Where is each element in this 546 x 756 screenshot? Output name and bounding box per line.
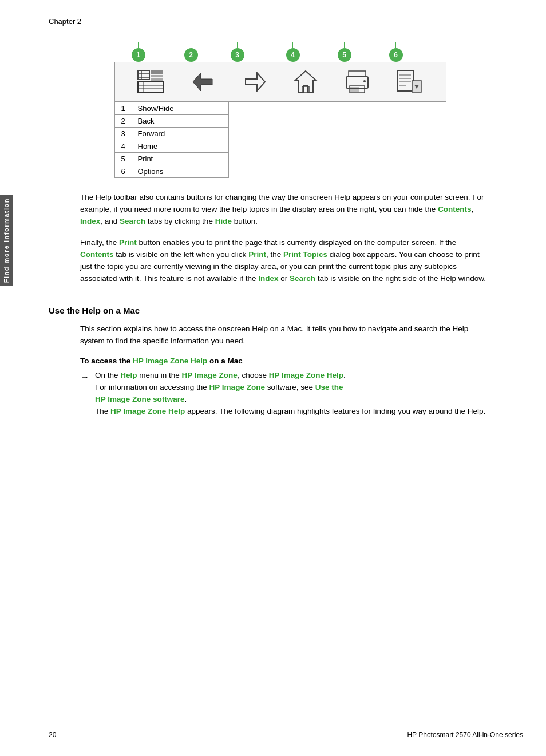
hide-link[interactable]: Hide (215, 217, 232, 225)
sub-heading-prefix: To access the (80, 357, 133, 365)
arrow-indent-mid: software, see (265, 383, 315, 391)
sub-heading: To access the HP Image Zone Help on a Ma… (80, 357, 512, 365)
bubble-3: 3 (231, 48, 244, 62)
svg-rect-0 (138, 70, 149, 80)
search-link-1[interactable]: Search (120, 217, 145, 225)
bubble-2: 2 (184, 48, 198, 62)
arrow-line2-prefix: The (95, 407, 110, 415)
line-6 (395, 42, 396, 48)
legend-num: 2 (114, 115, 132, 128)
legend-num: 5 (114, 153, 132, 165)
bubble-6: 6 (389, 48, 403, 62)
legend-num: 6 (114, 165, 132, 178)
page-container: Find more information Chapter 2 1 2 3 4 … (0, 0, 546, 756)
hp-image-zone-help-link-sub[interactable]: HP Image Zone Help (133, 357, 207, 365)
svg-marker-12 (246, 73, 265, 91)
hp-image-zone-link-2[interactable]: HP Image Zone (209, 383, 265, 391)
toolbar-icon-2 (183, 66, 223, 98)
contents-link-2[interactable]: Contents (80, 250, 114, 259)
arrow-text-mid2: , choose (238, 371, 269, 379)
body-paragraph-1: The Help toolbar also contains buttons f… (80, 192, 489, 228)
line-2 (191, 42, 191, 48)
help-menu-link[interactable]: Help (120, 371, 137, 379)
page-number: 20 (49, 731, 56, 739)
print-link-2[interactable]: Print (248, 250, 266, 259)
numbers-row: 1 2 3 4 5 6 (114, 36, 446, 62)
toolbar-box (114, 62, 446, 102)
arrow-line2-end: appears. The following diagram highlight… (185, 407, 485, 415)
arrow-content: On the Help menu in the HP Image Zone, c… (95, 370, 489, 418)
arrow-text-end: . (343, 371, 346, 379)
arrow-text-prefix: On the (95, 371, 120, 379)
legend-num: 4 (114, 140, 132, 153)
svg-rect-4 (151, 70, 163, 74)
svg-rect-5 (151, 75, 163, 77)
chapter-label: Chapter 2 (49, 17, 512, 26)
toolbar-icon-1 (132, 66, 172, 98)
svg-rect-7 (138, 82, 163, 92)
search-link-2[interactable]: Search (290, 274, 315, 283)
arrow-icon: → (80, 370, 89, 418)
legend-text: Options (132, 165, 228, 178)
legend-row: 5Print (114, 153, 228, 165)
toolbar-icon-6 (389, 66, 429, 98)
arrow-indent-prefix: For information on accessing the (95, 383, 209, 391)
arrow-indent-end: . (185, 395, 187, 403)
svg-point-18 (363, 80, 366, 82)
bubble-4: 4 (286, 48, 300, 62)
line-1 (138, 42, 139, 48)
toolbar-icon-5 (337, 66, 377, 98)
line-3 (237, 42, 238, 48)
side-tab-text: Find more information (3, 198, 10, 283)
line-5 (344, 42, 345, 48)
legend-row: 1Show/Hide (114, 102, 228, 115)
product-name: HP Photosmart 2570 All-in-One series (407, 731, 523, 739)
svg-rect-6 (151, 78, 163, 81)
legend-text: Show/Hide (132, 102, 228, 115)
section-divider (49, 296, 512, 296)
legend-row: 2Back (114, 115, 228, 128)
arrow-text-mid1: menu in the (137, 371, 182, 379)
print-link-1[interactable]: Print (119, 238, 137, 247)
svg-marker-11 (193, 73, 212, 91)
hp-image-zone-help-link-1[interactable]: HP Image Zone Help (269, 371, 343, 379)
bubble-5: 5 (338, 48, 351, 62)
body-paragraph-2: Finally, the Print button enables you to… (80, 237, 489, 285)
legend-text: Print (132, 153, 228, 165)
legend-num: 1 (114, 102, 132, 115)
legend-text: Home (132, 140, 228, 153)
print-topics-link[interactable]: Print Topics (283, 250, 327, 259)
toolbar-icon-3 (235, 66, 275, 98)
bubble-1: 1 (132, 48, 145, 62)
footer: 20 HP Photosmart 2570 All-in-One series (49, 731, 523, 739)
section-heading: Use the Help on a Mac (49, 306, 512, 315)
section-intro: This section explains how to access the … (80, 323, 489, 347)
svg-rect-22 (397, 70, 413, 91)
svg-marker-13 (295, 71, 316, 92)
arrow-item-1: → On the Help menu in the HP Image Zone,… (80, 370, 489, 418)
toolbar-diagram: 1 2 3 4 5 6 (114, 36, 446, 178)
legend-text: Forward (132, 128, 228, 140)
hp-image-zone-link-1[interactable]: HP Image Zone (182, 371, 238, 379)
legend-row: 4Home (114, 140, 228, 153)
svg-rect-15 (349, 71, 366, 77)
legend-text: Back (132, 115, 228, 128)
index-link-2[interactable]: Index (258, 274, 278, 283)
legend-row: 6Options (114, 165, 228, 178)
contents-link-1[interactable]: Contents (438, 205, 472, 213)
toolbar-icon-4 (286, 66, 326, 98)
hp-image-zone-help-link-2[interactable]: HP Image Zone Help (110, 407, 185, 415)
index-link-1[interactable]: Index (80, 217, 100, 225)
legend-num: 3 (114, 128, 132, 140)
legend-table: 1Show/Hide2Back3Forward4Home5Print6Optio… (114, 102, 229, 178)
side-tab: Find more information (0, 195, 13, 286)
sub-heading-suffix: on a Mac (207, 357, 243, 365)
svg-rect-14 (302, 86, 309, 92)
legend-row: 3Forward (114, 128, 228, 140)
line-4 (292, 42, 293, 48)
